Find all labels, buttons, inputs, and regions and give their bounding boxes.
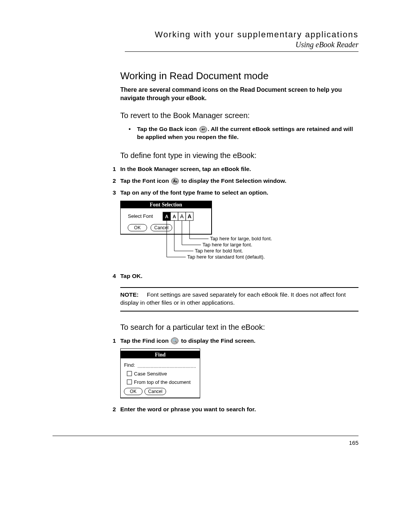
step-text: Tap the Find icon 🔍 to display the Find … (120, 337, 358, 345)
font-icon: Aₐ (171, 178, 179, 185)
font-selection-diagram: Font Selection Select Font A A A A OK Ca… (120, 201, 326, 265)
step2-pre: Tap the Font icon (120, 177, 170, 184)
revert-bullet: • Tap the Go Back icon ↩. All the curren… (129, 125, 358, 141)
svg-text:A: A (173, 214, 176, 219)
svg-text:A: A (188, 213, 191, 219)
font-heading: To define font type in viewing the eBook… (120, 151, 358, 160)
callout-standard: Tap here for standard font (default). (187, 254, 265, 260)
bullet-marker: • (129, 125, 137, 141)
page-number: 165 (349, 439, 358, 446)
font-cancel-button: Cancel (154, 225, 168, 230)
note-label: NOTE: (120, 291, 139, 298)
find-cancel-button: Cancel (148, 389, 162, 394)
page-header: Working with your supplementary applicat… (125, 30, 358, 52)
find-diagram-area: Find Find: Case Sensitive From top of th… (120, 348, 358, 399)
find-icon: 🔍 (171, 337, 178, 344)
search-step-1: 1 Tap the Find icon 🔍 to display the Fin… (53, 337, 358, 345)
note-body: Font settings are saved separately for e… (120, 291, 346, 306)
step-number: 2 (53, 406, 120, 414)
step-number: 4 (53, 272, 120, 280)
select-font-label: Select Font (128, 213, 153, 219)
step-text: Tap the Font icon Aₐ to display the Font… (120, 177, 358, 185)
section-heading: Working in Read Document mode (120, 70, 358, 82)
step-text: In the Book Manager screen, tap an eBook… (120, 165, 358, 173)
go-back-icon: ↩ (199, 126, 207, 133)
intro-paragraph: There are several command icons on the R… (120, 86, 358, 102)
font-step-4: 4 Tap OK. (53, 272, 358, 280)
svg-rect-23 (127, 371, 132, 376)
footer-rule (53, 436, 358, 436)
step-text: Tap OK. (120, 272, 358, 280)
font-dialog-title: Font Selection (150, 202, 182, 208)
case-sensitive-label: Case Sensitive (134, 371, 167, 377)
revert-text-pre: Tap the Go Back icon (137, 126, 199, 132)
search1-post: to display the Find screen. (179, 337, 255, 344)
step-number: 2 (53, 177, 120, 185)
step-text: Enter the word or phrase you want to sea… (120, 406, 358, 414)
font-step-1: 1 In the Book Manager screen, tap an eBo… (53, 165, 358, 173)
search-heading: To search for a particular text in the e… (120, 323, 358, 332)
font-step-2: 2 Tap the Font icon Aₐ to display the Fo… (53, 177, 358, 185)
from-top-label: From top of the document (134, 379, 191, 385)
step-number: 1 (53, 165, 120, 173)
find-dialog-title: Find (155, 352, 166, 358)
step-number: 1 (53, 337, 120, 345)
callout-large: Tap here for large font. (202, 242, 252, 248)
font-step-3: 3 Tap on any of the font type frame to s… (53, 189, 358, 197)
note-spacer (140, 291, 145, 298)
header-title: Working with your supplementary applicat… (125, 30, 358, 40)
svg-rect-24 (127, 380, 132, 384)
font-selection-diagram-area: Font Selection Select Font A A A A OK Ca… (120, 201, 358, 267)
search1-pre: Tap the Find icon (120, 337, 170, 344)
font-ok-button: OK (134, 225, 140, 230)
revert-bullet-text: Tap the Go Back icon ↩. All the current … (137, 125, 358, 141)
callout-large-bold: Tap here for large, bold font. (210, 236, 272, 241)
callout-bold: Tap here for bold font. (195, 248, 243, 254)
search-step-2: 2 Enter the word or phrase you want to s… (53, 406, 358, 414)
manual-page: Working with your supplementary applicat… (0, 0, 411, 532)
find-ok-button: OK (130, 389, 136, 394)
note-block: NOTE: Font settings are saved separately… (120, 287, 358, 312)
revert-heading: To revert to the Book Manager screen: (120, 111, 358, 120)
find-label: Find: (124, 362, 135, 368)
svg-text:A: A (180, 213, 184, 219)
step-number: 3 (53, 189, 120, 197)
step-text: Tap on any of the font type frame to sel… (120, 189, 358, 197)
step2-post: to display the Font Selection window. (180, 177, 286, 184)
find-diagram: Find Find: Case Sensitive From top of th… (120, 348, 200, 399)
header-subtitle: Using eBook Reader (125, 40, 358, 49)
svg-text:A: A (165, 214, 169, 219)
